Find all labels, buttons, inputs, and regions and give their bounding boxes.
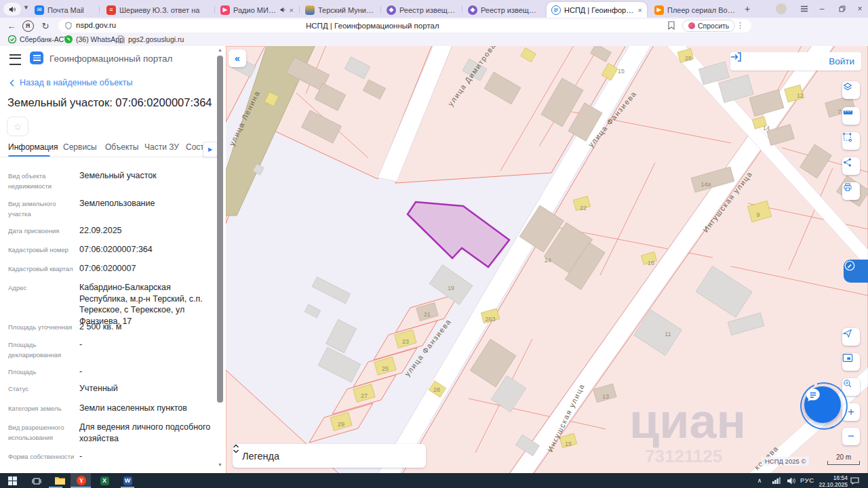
scale-label: 20 m [825,453,862,461]
tab-registry-2[interactable]: ◆ Реестр извещений [463,2,544,18]
tab-audio-pill[interactable] [3,3,21,16]
svg-text:19: 19 [448,285,454,291]
overview-map-button[interactable] [842,353,860,371]
scale-ruler [827,461,860,465]
legend-label: Легенда [242,451,279,462]
tabs-scroll-right-button[interactable]: ▶ [203,142,218,157]
chat-assistant-button[interactable] [804,386,841,423]
close-icon[interactable]: × [638,6,642,14]
tab-mail[interactable]: ✉ Почта Mail [30,2,98,18]
url-field[interactable]: nspd.gov.ru НСПД | Геоинформационный пор… [58,19,751,33]
cadastral-map[interactable]: улица Ленина улица Димитрова улица Фанзи… [226,46,868,473]
new-tab-button[interactable]: + [745,3,750,14]
clock[interactable]: 16:54 22.10.2025 [818,474,848,488]
tab-player[interactable]: ▶ Плеер сериал Воскресш [650,2,741,18]
site-badge-icon [64,22,73,30]
browser-tab-bar: ▼ ✉ Почта Mail ≡ Шериеву Ю.З. ответ на ▶… [0,0,868,18]
addr-more-icon[interactable]: ⋮ [736,21,744,30]
field-row: Площадь декларированная- [8,339,212,360]
close-window-button[interactable]: × [853,0,867,18]
back-to-results-link[interactable]: Назад в найденные объекты [9,78,132,87]
share-button[interactable] [842,157,860,175]
portal-logo-icon [30,52,43,64]
registry-icon: ◆ [468,5,477,15]
refresh-button[interactable]: ↻ [39,19,52,33]
menu-burger-icon[interactable] [9,54,21,65]
feedback-draw-button[interactable] [844,260,868,283]
tab-registry-1[interactable]: ◆ Реестр извещений [382,2,461,18]
scroll-up-arrow[interactable]: ▲ [218,47,222,52]
yandex-services-button[interactable]: Я [22,19,34,33]
url-text: nspd.gov.ru [76,21,116,29]
back-button[interactable]: ← [5,19,18,33]
print-button[interactable] [842,182,860,200]
close-icon[interactable]: × [290,6,294,14]
taskbar-excel[interactable]: X [96,473,113,488]
field-row: Вид разрешенного использованияДля ведени… [8,422,212,444]
tray-expand-icon[interactable]: ∧ [754,473,765,488]
field-row: СтатусУчтенный [8,383,212,394]
field-row: Вид объекта недвижимостиЗемельный участо… [8,170,212,191]
login-bar[interactable]: Войти [730,52,861,70]
bookmark-sberbank[interactable]: Сбербанк-АСТ [8,35,68,43]
taskbar-word[interactable]: W [119,473,136,488]
restore-button[interactable] [835,0,849,18]
location-arrow-icon [842,328,852,338]
tab-objects[interactable]: Объекты [105,142,139,152]
taskbar-yandex-browser[interactable]: Y [73,473,90,488]
tab-services[interactable]: Сервисы [63,142,97,152]
task-view-icon [32,476,41,485]
tab-nspd-active[interactable]: НСПД | Геоинформац × [547,2,647,18]
minimize-button[interactable]: – [815,0,829,18]
notification-center-icon[interactable] [848,473,861,488]
tab-pdf-document[interactable]: ≡ Шериеву Ю.З. ответ на [102,2,214,18]
time: 16:54 [818,474,848,481]
network-icon[interactable] [770,473,783,488]
profile-avatar[interactable] [776,3,787,14]
bookmark-icon[interactable] [667,21,675,30]
start-button[interactable] [4,473,20,488]
chevron-left-icon [9,79,14,87]
svg-text:28: 28 [433,386,440,393]
tab-terskiy[interactable]: Терский Муниципальн [300,2,380,18]
legend-bar[interactable]: Легенда [233,444,426,468]
task-view-button[interactable] [28,473,45,488]
field-row: АдресКабардино-Балкарская Республика, м.… [8,282,212,327]
bookmark-whatsapp[interactable]: (36) WhatsApp [64,35,123,43]
cian-watermark: циан [629,394,746,448]
mail-icon: ✉ [35,5,44,15]
ask-ai-button[interactable]: Спросить [682,20,735,32]
ruler-button[interactable] [842,107,860,125]
date: 22.10.2025 [818,481,848,488]
measure-area-button[interactable] [842,132,860,150]
keyboard-language[interactable]: РУС [800,476,814,484]
zoom-out-button[interactable]: − [842,428,860,445]
volume-icon[interactable] [785,473,797,488]
player-icon: ▶ [654,5,664,15]
taskbar-file-explorer[interactable] [52,473,68,488]
tab-parts[interactable]: Части ЗУ [144,142,179,152]
bookmark-gosuslugi[interactable]: pgs2.gosuslugi.ru [118,35,184,43]
collapse-panel-button[interactable]: « [229,49,246,67]
browser-menu-icon[interactable] [797,0,811,18]
search-icon [842,378,852,388]
chevron-down-icon[interactable]: ▼ [23,4,29,11]
panel-scrollbar[interactable] [217,56,223,403]
field-row: Площадь- [8,366,212,378]
svg-text:25: 25 [382,365,389,372]
favorite-star-button[interactable]: ☆ [7,117,28,136]
svg-text:22: 22 [580,205,587,211]
selected-parcel-polygon[interactable] [408,202,509,267]
svg-text:14а: 14а [701,181,711,188]
share-icon [842,157,852,167]
tab-information[interactable]: Информация [8,142,58,152]
ask-ai-icon [688,22,695,29]
locate-me-button[interactable] [842,328,860,346]
scroll-down-arrow[interactable]: ▼ [218,462,222,467]
svg-text:15: 15 [618,68,625,75]
printer-icon [842,182,853,192]
layers-button[interactable] [842,81,860,99]
search-on-map-button[interactable] [842,378,860,396]
tab-separator [299,5,300,13]
tab-radio[interactable]: ▶ Радио МИР — слу × [216,2,298,18]
